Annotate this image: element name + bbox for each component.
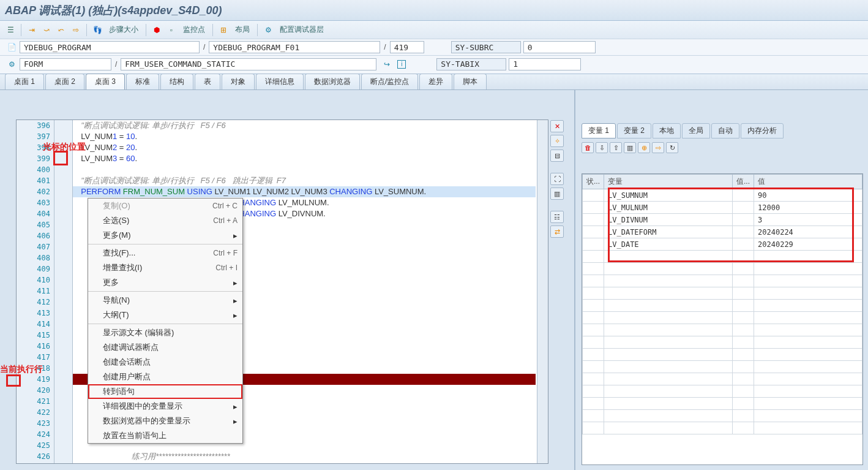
stop-icon[interactable]: ⬢ xyxy=(150,23,163,37)
tab-11[interactable]: 脚本 xyxy=(454,74,487,89)
vartab-2[interactable]: 本地 xyxy=(653,123,681,138)
insert-icon[interactable]: ⊕ xyxy=(638,142,650,153)
code-line[interactable]: LV_NUM1 = 10. xyxy=(73,131,536,142)
ctx-item[interactable]: 导航(N)▸ xyxy=(88,293,242,308)
variable-row[interactable]: LV_MULNUM12000 xyxy=(583,202,862,214)
code-editor[interactable]: 3963973983994004014024034044054064074084… xyxy=(16,119,548,464)
vartab-1[interactable]: 变量 2 xyxy=(617,123,651,138)
tab-2[interactable]: 桌面 3 xyxy=(86,74,125,89)
ctx-item[interactable]: 增量查找(I)Ctrl + I xyxy=(88,260,242,275)
menu-icon[interactable]: ☰ xyxy=(4,23,17,37)
tab-4[interactable]: 结构 xyxy=(160,74,193,89)
expand-icon[interactable]: ⛶ xyxy=(550,173,564,185)
col-valtype[interactable]: 值... xyxy=(733,175,754,189)
ctx-item[interactable]: 大纲(T)▸ xyxy=(88,308,242,322)
ctx-item[interactable]: 放置在当前语句上 xyxy=(88,428,242,443)
code-line[interactable]: "断点调试测试逻辑: 单步/行执行 F5 / F6 xyxy=(73,120,536,131)
stack-icon[interactable]: ☷ xyxy=(550,211,564,223)
variable-row-empty[interactable] xyxy=(583,373,862,385)
gear-icon[interactable]: ⚙ xyxy=(6,59,17,70)
tab-7[interactable]: 详细信息 xyxy=(256,74,304,89)
tab-9[interactable]: 断点/监控点 xyxy=(361,74,418,89)
ctx-item[interactable]: 创建用户断点 xyxy=(88,370,242,384)
vartab-5[interactable]: 内存分析 xyxy=(741,123,784,138)
code-line[interactable]: PERFORM FRM_NUM_SUM USING LV_NUM1 LV_NUM… xyxy=(73,186,536,197)
event-type-field[interactable] xyxy=(20,58,111,70)
swap-icon[interactable]: ⇄ xyxy=(550,226,564,238)
ctx-item[interactable]: 数据浏览器中的变量显示▸ xyxy=(88,414,242,428)
step-into-icon[interactable]: ⇥ xyxy=(25,23,39,37)
tab-3[interactable]: 标准 xyxy=(126,74,159,89)
split-icon[interactable]: ▥ xyxy=(550,188,564,200)
code-line[interactable]: "断点调试测试逻辑: 单步/行执行 F5 / F6 跳出子逻辑 F7 xyxy=(73,175,536,186)
variable-row-empty[interactable] xyxy=(583,275,862,287)
code-line[interactable] xyxy=(73,164,536,175)
variable-row-empty[interactable] xyxy=(583,385,862,398)
code-line[interactable]: LV_NUM3 = 60. xyxy=(73,153,536,164)
vertical-scrollbar[interactable] xyxy=(537,120,548,463)
ctx-item[interactable]: 转到语句 xyxy=(88,384,242,399)
line-field[interactable] xyxy=(390,41,424,53)
code-line[interactable]: LV_NUM2 = 20. xyxy=(73,142,536,153)
ctx-item[interactable]: 查找(F)...Ctrl + F xyxy=(88,246,242,260)
variable-row-empty[interactable] xyxy=(583,300,862,312)
tab-0[interactable]: 桌面 1 xyxy=(5,74,44,89)
variable-row[interactable]: LV_DATEFORM20240224 xyxy=(583,226,862,238)
code-line[interactable]: 练习用************************ xyxy=(73,451,536,462)
tab-10[interactable]: 差异 xyxy=(419,74,452,89)
sort-desc-icon[interactable]: ⇧ xyxy=(610,142,622,153)
event-name-field[interactable] xyxy=(121,58,376,70)
tab-8[interactable]: 数据浏览器 xyxy=(305,74,360,89)
info-icon[interactable]: i xyxy=(397,60,406,69)
variable-row[interactable]: LV_DIVNUM3 xyxy=(583,214,862,226)
tab-1[interactable]: 桌面 2 xyxy=(45,74,84,89)
step-out-icon[interactable]: ⤺ xyxy=(54,23,68,37)
variable-row[interactable]: LV_DATE20240229 xyxy=(583,238,862,251)
vartab-3[interactable]: 全局 xyxy=(682,123,710,138)
sort-asc-icon[interactable]: ⇩ xyxy=(596,142,608,153)
tab-5[interactable]: 表 xyxy=(195,74,220,89)
ctx-item[interactable]: 创建调试器断点 xyxy=(88,340,242,355)
variable-table[interactable]: 状... 变量 值... 值 LV_SUMNUM90LV_MULNUM12000… xyxy=(582,174,862,434)
vartab-0[interactable]: 变量 1 xyxy=(582,123,616,138)
variable-row-empty[interactable] xyxy=(583,287,862,300)
variable-row-empty[interactable] xyxy=(583,251,862,263)
watchpoint-icon[interactable]: ▫ xyxy=(165,23,178,37)
program-field[interactable] xyxy=(20,41,200,53)
continue-icon[interactable]: ⇨ xyxy=(69,23,83,37)
variable-row-empty[interactable] xyxy=(583,312,862,324)
variable-row-empty[interactable] xyxy=(583,336,862,349)
ctx-item[interactable]: 全选(S)Ctrl + A xyxy=(88,213,242,228)
ctx-item[interactable]: 显示源文本 (编辑器) xyxy=(88,325,242,340)
ctx-item[interactable]: 更多(M)▸ xyxy=(88,228,242,243)
ctx-item[interactable]: 详细视图中的变量显示▸ xyxy=(88,399,242,414)
vartab-4[interactable]: 自动 xyxy=(711,123,739,138)
ctx-item[interactable]: 创建会话断点 xyxy=(88,355,242,370)
variable-row-empty[interactable] xyxy=(583,410,862,422)
tab-6[interactable]: 对象 xyxy=(222,74,255,89)
step-over-icon[interactable]: ⤻ xyxy=(40,23,53,37)
hierarchy-icon[interactable]: ⊟ xyxy=(550,150,564,162)
columns-icon[interactable]: ▥ xyxy=(624,142,636,153)
col-variable[interactable]: 变量 xyxy=(604,175,733,189)
variable-row-empty[interactable] xyxy=(583,263,862,275)
step-size-icon[interactable]: 👣 xyxy=(91,23,104,37)
variable-row-empty[interactable] xyxy=(583,398,862,410)
variable-row-empty[interactable] xyxy=(583,422,862,434)
ctx-item[interactable]: 更多▸ xyxy=(88,275,242,290)
config-layer-icon[interactable]: ⚙ xyxy=(261,23,275,37)
col-value[interactable]: 值 xyxy=(754,175,862,189)
variable-row-empty[interactable] xyxy=(583,361,862,373)
variable-row-empty[interactable] xyxy=(583,349,862,361)
new-window-icon[interactable]: ✧ xyxy=(550,135,564,147)
refresh-icon[interactable]: ↻ xyxy=(666,142,678,153)
variable-row[interactable]: LV_SUMNUM90 xyxy=(583,189,862,202)
export-icon[interactable]: ⇨ xyxy=(652,142,664,153)
close-icon[interactable]: ✕ xyxy=(550,120,564,132)
include-field[interactable] xyxy=(209,41,380,53)
goto-icon[interactable]: ↪ xyxy=(381,59,392,70)
variable-row-empty[interactable] xyxy=(583,324,862,336)
layout-icon[interactable]: ⊞ xyxy=(217,23,230,37)
delete-icon[interactable]: 🗑 xyxy=(582,142,594,153)
col-status[interactable]: 状... xyxy=(583,175,604,189)
